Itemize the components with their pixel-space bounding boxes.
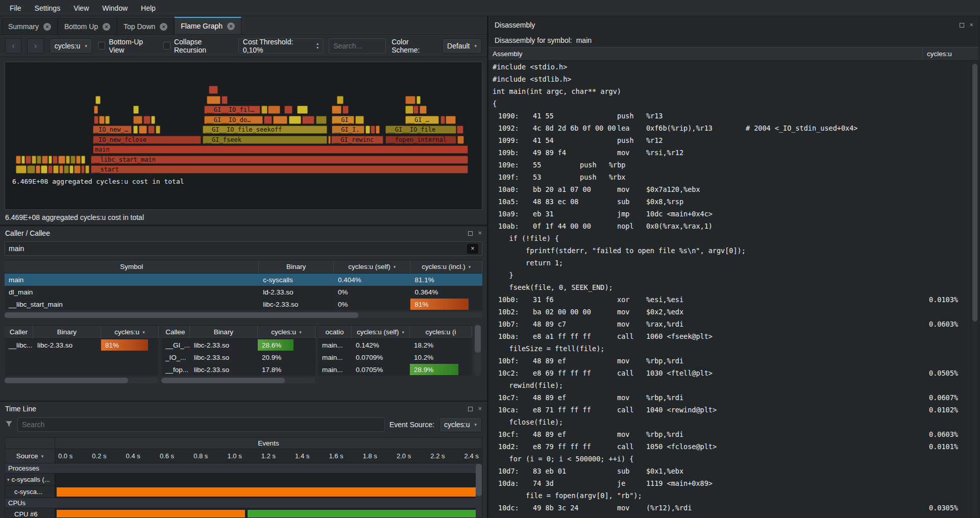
disasm-source-row[interactable]: #include <stdio.h> — [488, 61, 971, 73]
flame-bar[interactable] — [222, 96, 228, 104]
flame-bar[interactable]: __GI__IO_do… — [204, 116, 263, 124]
flame-bar[interactable] — [95, 96, 100, 104]
flame-bar[interactable] — [420, 106, 427, 114]
flame-bar[interactable] — [297, 106, 308, 114]
disasm-source-row[interactable]: fileSize = ftell(file); — [488, 342, 971, 355]
clear-search-icon[interactable]: × — [467, 244, 478, 254]
flame-bar[interactable] — [365, 126, 370, 134]
filter-icon[interactable] — [5, 420, 13, 429]
table-row[interactable]: dl_main ld-2.33.so 0% 0.364% — [5, 286, 482, 298]
flame-bar[interactable] — [66, 156, 70, 164]
flame-bar[interactable] — [37, 156, 41, 164]
disasm-asm-row[interactable]: 10b2:ba 02 00 00 00mov $0x2,%edx — [488, 306, 971, 318]
tab-bottom-up[interactable]: Bottom Up × — [58, 18, 117, 34]
float-panel-icon[interactable] — [960, 23, 964, 28]
disasm-asm-row[interactable]: 1099:41 54push %r12 — [488, 134, 971, 146]
flame-bar[interactable] — [156, 126, 160, 134]
flame-bar[interactable] — [446, 116, 456, 124]
flame-bar[interactable] — [143, 116, 151, 124]
flame-bar[interactable]: __GI__IO_file_seekoff — [203, 126, 328, 134]
disasm-asm-row[interactable]: 109b:49 89 f4mov %rsi,%r12 — [488, 146, 971, 159]
menu-window[interactable]: Window — [95, 0, 134, 16]
timeline-row-c-syscalls[interactable]: ▾ c-syscalls (... — [5, 474, 482, 486]
flame-bar[interactable] — [413, 106, 418, 114]
disasm-asm-row[interactable]: 109e:55push %rbp — [488, 159, 971, 171]
disasm-source-row[interactable]: file = fopen(argv[0], "rb"); — [488, 489, 971, 502]
disasm-asm-row[interactable]: 10c2:e8 69 ff ff ffcall 1030 <ftell@plt>… — [488, 367, 971, 379]
flame-bar[interactable] — [69, 165, 74, 174]
flame-bar[interactable] — [133, 116, 142, 124]
flame-bar[interactable]: _IO_new_… — [93, 126, 132, 134]
disasm-source-row[interactable]: } — [488, 269, 971, 281]
col-cycles[interactable]: cycles:u — [922, 47, 978, 60]
flame-bar[interactable] — [59, 165, 63, 174]
flame-bar[interactable]: __GI_I. — [332, 126, 364, 134]
table-row[interactable]: main... 0.0705% 28.9% — [318, 363, 472, 376]
flame-bar[interactable] — [440, 116, 445, 124]
flame-bar[interactable] — [76, 156, 80, 164]
back-button[interactable]: ‹ — [5, 38, 21, 54]
flame-bar[interactable] — [94, 106, 98, 114]
flame-bar[interactable] — [207, 96, 220, 104]
disasm-asm-row[interactable]: 10bf:48 89 efmov %rbp,%rdi — [488, 355, 971, 367]
disasm-asm-row[interactable]: 10a0:bb 20 a1 07 00mov $0x7a120,%ebx — [488, 183, 971, 195]
disasm-source-row[interactable]: { — [488, 97, 971, 110]
flame-bar[interactable] — [457, 136, 463, 144]
flame-bar[interactable] — [273, 116, 287, 124]
disasm-source-row[interactable]: int main(int argc, char** argv) — [488, 85, 971, 97]
flame-bar[interactable] — [302, 116, 314, 124]
search-input[interactable] — [329, 38, 386, 54]
col-callee[interactable]: Callee — [161, 326, 190, 338]
col-cycles-self[interactable]: cycles:u (self)▾ — [334, 260, 411, 273]
flame-bar[interactable] — [48, 165, 53, 174]
disasm-asm-row[interactable]: 10a5:48 83 ec 08sub $0x8,%rsp — [488, 195, 971, 208]
float-panel-icon[interactable] — [468, 407, 473, 411]
table-row[interactable]: main c-syscalls 0.404% 81.1% — [5, 274, 482, 286]
table-row[interactable]: __libc... libc-2.33.so 81% — [5, 339, 159, 351]
close-panel-icon[interactable]: × — [969, 22, 973, 28]
close-panel-icon[interactable]: × — [478, 406, 482, 411]
bottom-up-checkbox[interactable]: Bottom-Up View — [98, 38, 158, 54]
timeline-track[interactable] — [55, 486, 482, 498]
timeline-group-cpus[interactable]: CPUs — [5, 498, 482, 508]
tab-summary[interactable]: Summary × — [2, 18, 58, 34]
flame-bar[interactable] — [21, 156, 25, 164]
flame-bar[interactable]: __GI__IO_fil… — [204, 106, 260, 114]
disasm-asm-row[interactable]: 10dc:49 8b 3c 24mov (%r12),%rdi0.0305% — [488, 502, 971, 514]
horizontal-scrollbar[interactable] — [5, 312, 482, 318]
timeline-track[interactable] — [55, 508, 482, 518]
disasm-asm-row[interactable]: 10b0:31 f6xor %esi,%esi0.0103% — [488, 293, 971, 306]
col-binary[interactable]: Binary — [259, 260, 334, 273]
flame-bar[interactable]: __GI_rewinc — [331, 136, 383, 144]
flame-bar[interactable] — [26, 156, 31, 164]
flame-bar[interactable] — [16, 165, 27, 174]
flame-bar[interactable] — [261, 106, 267, 114]
timeline-track[interactable] — [55, 474, 482, 485]
col-binary[interactable]: Binary — [33, 326, 101, 338]
flame-bar[interactable] — [133, 106, 139, 114]
cost-threshold-spinbox[interactable]: Cost Threshold: 0,10% ▴▾ — [238, 38, 323, 54]
scrollbar-handle[interactable] — [475, 325, 481, 353]
flame-bar[interactable]: __fopen_internal — [385, 136, 456, 144]
flame-bar[interactable] — [85, 165, 89, 174]
flame-bar[interactable] — [32, 156, 36, 164]
table-row[interactable]: __GI_... libc-2.33.so 28.6% — [161, 339, 315, 351]
float-panel-icon[interactable] — [468, 231, 473, 236]
scrollbar-handle[interactable] — [476, 464, 482, 496]
flame-bar[interactable] — [27, 165, 35, 174]
horizontal-scrollbar[interactable] — [5, 378, 159, 383]
vertical-scrollbar[interactable] — [475, 325, 481, 376]
col-cycles-incl[interactable]: cycles:u (incl.)▾ — [410, 260, 482, 273]
tab-flame-graph[interactable]: Flame Graph × — [174, 17, 241, 34]
flame-bar[interactable] — [58, 156, 65, 164]
scrollbar-handle[interactable] — [161, 378, 285, 383]
close-panel-icon[interactable]: × — [478, 231, 482, 236]
disasm-source-row[interactable]: rewind(file); — [488, 379, 971, 391]
flame-bar[interactable] — [209, 86, 218, 94]
forward-button[interactable]: › — [27, 38, 43, 54]
disasm-source-row[interactable]: fprintf(stderr, "failed to open file %s\… — [488, 244, 971, 257]
flame-bar[interactable] — [284, 106, 292, 114]
menu-settings[interactable]: Settings — [28, 0, 67, 16]
flame-bar[interactable] — [371, 126, 375, 134]
flame-bar[interactable] — [416, 96, 421, 104]
